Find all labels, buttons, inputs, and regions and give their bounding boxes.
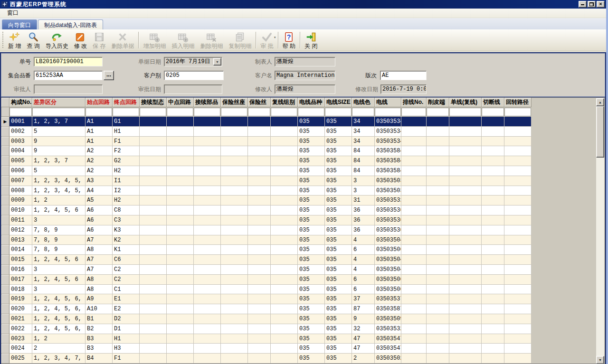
cell[interactable]: C2 [113, 265, 140, 275]
cell[interactable] [248, 176, 271, 186]
cell[interactable] [167, 215, 194, 225]
cell[interactable]: 035 [325, 137, 352, 147]
cell[interactable]: 4 [352, 265, 375, 275]
table-row-0022[interactable]: 00221, 2, 4, 5, 6, 7, 8, 9B2D10350353203… [1, 324, 532, 334]
cell[interactable] [221, 285, 248, 295]
cell[interactable]: 0013 [10, 235, 32, 245]
cell[interactable] [167, 324, 194, 334]
cell[interactable] [248, 245, 271, 255]
cell[interactable]: 1, 2, 4, 5, 6, 7, 8, 9 [32, 314, 86, 324]
cell[interactable] [271, 205, 298, 215]
column-header-15[interactable]: 削皮端 [427, 98, 449, 107]
cell[interactable] [194, 146, 221, 156]
cell[interactable] [401, 156, 427, 166]
cell[interactable]: 03503547 [375, 334, 401, 344]
cell[interactable]: B3 [86, 334, 113, 344]
cell[interactable]: 0018 [10, 285, 32, 295]
cell[interactable] [427, 215, 449, 225]
vertical-scrollbar[interactable]: ▲ ▼ [596, 98, 604, 364]
cell[interactable] [248, 205, 271, 215]
cell[interactable]: K3 [113, 225, 140, 235]
column-header-2[interactable]: 始点回路 [86, 98, 113, 107]
cell[interactable] [140, 314, 167, 324]
cell[interactable] [140, 127, 167, 137]
cell[interactable] [401, 205, 427, 215]
cell[interactable] [401, 314, 427, 324]
cell[interactable] [271, 245, 298, 255]
row-indicator[interactable] [1, 245, 10, 255]
cell[interactable] [271, 215, 298, 225]
cell[interactable] [271, 344, 298, 354]
cell[interactable] [194, 166, 221, 176]
cell[interactable]: B1 [86, 314, 113, 324]
table-row-0023[interactable]: 00231, 2B3H10350354703503547 [1, 334, 532, 344]
cell[interactable] [427, 285, 449, 295]
cell[interactable] [427, 196, 449, 205]
cell[interactable]: 32 [352, 324, 375, 334]
cell[interactable] [449, 275, 482, 285]
cell[interactable]: 035 [298, 354, 325, 364]
cell[interactable]: C6 [113, 255, 140, 265]
cell[interactable]: 03503504 [375, 265, 401, 275]
cell[interactable] [194, 137, 221, 147]
cell[interactable] [449, 176, 482, 186]
cell[interactable] [449, 137, 482, 147]
column-header-1[interactable]: 差异区分 [32, 98, 86, 107]
cell[interactable]: 0007 [10, 176, 32, 186]
cell[interactable] [427, 117, 449, 127]
cell[interactable] [401, 344, 427, 354]
cell[interactable]: 1, 2, 3, 4, 7, 8 [32, 354, 86, 364]
cell[interactable] [401, 265, 427, 275]
cell[interactable] [427, 146, 449, 156]
cell[interactable]: 035 [298, 245, 325, 255]
cell[interactable]: 035 [325, 117, 352, 127]
cell[interactable] [504, 215, 532, 225]
cell[interactable] [221, 137, 248, 147]
cell[interactable] [221, 156, 248, 166]
cell[interactable] [504, 304, 532, 314]
cell[interactable] [248, 235, 271, 245]
cell[interactable] [221, 324, 248, 334]
cell[interactable] [194, 354, 221, 364]
filter-input-8[interactable] [248, 108, 270, 116]
cell[interactable] [248, 117, 271, 127]
cell[interactable] [167, 354, 194, 364]
cell[interactable] [504, 255, 532, 265]
cell[interactable] [194, 275, 221, 285]
cell[interactable] [221, 166, 248, 176]
cell[interactable]: 4 [352, 255, 375, 265]
cell[interactable] [271, 265, 298, 275]
cell[interactable] [482, 215, 504, 225]
cell[interactable]: 84 [352, 166, 375, 176]
cell[interactable]: 7, 8, 9 [32, 225, 86, 235]
cell[interactable]: 1, 2, 4, 5, 6, 7, 8, 9 [32, 304, 86, 314]
cell[interactable]: A4 [86, 186, 113, 196]
cell[interactable]: 6 [352, 275, 375, 285]
cell[interactable] [271, 334, 298, 344]
cell[interactable] [221, 235, 248, 245]
cell[interactable] [140, 176, 167, 186]
cell[interactable]: 035 [325, 324, 352, 334]
cell[interactable]: 0011 [10, 215, 32, 225]
cell[interactable] [401, 196, 427, 205]
table-row-0016[interactable]: 00163A7C2035035403503504 [1, 265, 532, 275]
filter-input-3[interactable] [113, 108, 139, 116]
cell[interactable] [140, 196, 167, 205]
cell[interactable] [401, 324, 427, 334]
cell[interactable]: 035 [298, 146, 325, 156]
column-header-12[interactable]: 电线色 [352, 98, 375, 107]
cell[interactable] [248, 275, 271, 285]
scroll-down-button[interactable]: ▼ [596, 356, 604, 364]
toolbar-grip[interactable] [2, 32, 4, 48]
filter-input-1[interactable] [32, 108, 85, 116]
cell[interactable] [248, 137, 271, 147]
cell[interactable]: A1 [86, 137, 113, 147]
cell[interactable]: 035 [298, 275, 325, 285]
cell[interactable]: 035 [325, 176, 352, 186]
cell[interactable] [401, 235, 427, 245]
cell[interactable] [504, 235, 532, 245]
cell[interactable] [221, 215, 248, 225]
cell[interactable] [271, 285, 298, 295]
cell[interactable] [271, 117, 298, 127]
cell[interactable] [221, 294, 248, 304]
